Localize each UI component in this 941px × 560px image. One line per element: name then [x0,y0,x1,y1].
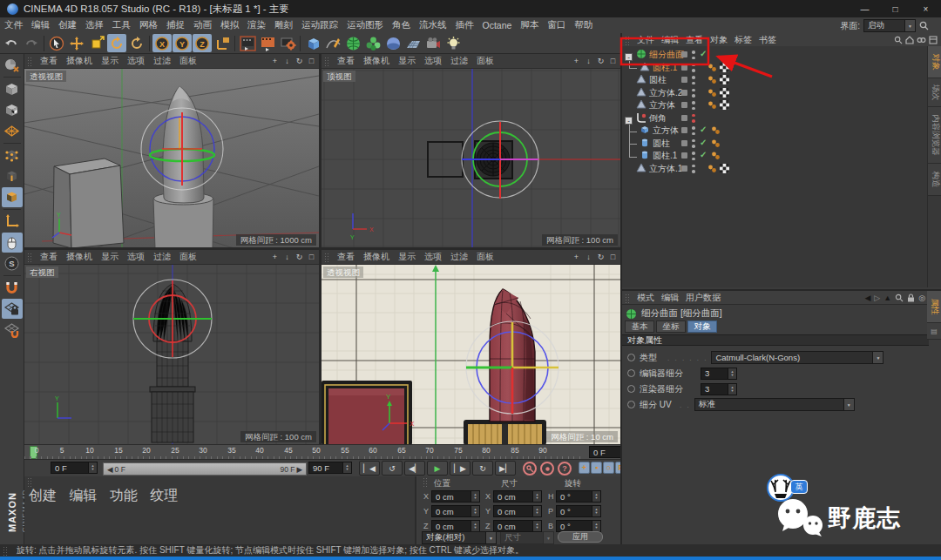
object-row-cylinder-1-child[interactable]: 圆柱.1 [622,62,677,74]
enable-axis-icon[interactable] [2,212,23,232]
visibility-dots[interactable] [692,139,695,148]
texture-tag[interactable] [720,63,729,74]
menu-item-mograph[interactable]: 运动图形 [342,19,388,31]
om-search-icon[interactable] [894,36,903,44]
visibility-dots[interactable] [692,126,695,135]
range-end-field[interactable]: 90 F ▲▼ [308,462,352,474]
panel-grip[interactable] [625,35,631,45]
collapse-icon[interactable]: - [625,53,633,61]
menu-item-script[interactable]: 脚本 [516,19,543,31]
panel-grip[interactable] [27,252,33,263]
layer-chip[interactable] [681,77,687,83]
editor-subdivision-field[interactable]: 3▲▼ [701,368,737,380]
visibility-dots[interactable] [692,165,695,173]
viewport-menu-display[interactable]: 显示 [394,251,420,263]
om-link-icon[interactable] [917,36,926,44]
polygons-mode-icon[interactable] [2,187,23,207]
viewport-top-canvas[interactable]: Y X 顶视图 网格间距 : 100 cm [322,69,620,248]
layer-chip[interactable] [681,90,687,96]
visibility-dots[interactable] [692,76,695,84]
visibility-dots[interactable] [692,89,695,98]
phong-tag[interactable] [707,164,717,175]
menu-item-create[interactable]: 创建 [54,19,81,31]
panel-grip[interactable] [423,478,429,487]
history-back-icon[interactable]: ◀ [864,293,870,302]
maximize-button[interactable]: □ [880,0,911,17]
viewport-zoom-icon[interactable]: ↓ [281,57,293,65]
viewport-menu-cameras[interactable]: 摄像机 [62,251,97,263]
material-menu-create[interactable]: 创建 [24,488,61,503]
render-view-icon[interactable] [238,34,257,52]
attr-search-icon[interactable] [895,293,904,302]
menu-item-window[interactable]: 窗口 [543,19,570,31]
viewport-rotate-icon[interactable]: ↻ [294,57,305,65]
viewport-menu-display[interactable]: 显示 [394,55,420,67]
solo-mode-icon[interactable]: S [2,253,23,273]
viewport-textured[interactable]: 查看 摄像机 显示 选项 过滤 面板 + ↓ ↻ □ [322,250,620,444]
layer-chip[interactable] [681,64,687,71]
panel-grip[interactable] [324,56,330,67]
environment-icon[interactable] [383,34,403,52]
viewport-menu-cameras[interactable]: 摄像机 [359,55,394,67]
minimize-button[interactable]: — [850,0,880,17]
points-mode-icon[interactable] [2,145,23,165]
viewport-menu-filter[interactable]: 过滤 [446,55,472,67]
panel-grip[interactable] [324,252,330,263]
texture-tag[interactable] [720,88,729,99]
enabled-check-icon[interactable]: ✓ [700,138,707,147]
object-row-cube-child[interactable]: 立方体 ✓ [622,125,679,137]
position-x-field[interactable]: 0 cm▲▼ [431,490,480,503]
side-tab-content-browser[interactable]: 内容浏览器 [928,107,941,164]
viewport-mouse-icon[interactable] [2,233,23,253]
subdivision-surface-icon[interactable] [343,34,362,52]
viewport-zoom-icon[interactable]: ↓ [583,253,594,261]
history-forward-icon[interactable]: ▷ [874,293,880,302]
menu-item-sculpt[interactable]: 雕刻 [270,19,297,31]
scale-tool-icon[interactable] [87,34,106,52]
side-tab-objects[interactable]: 对象 [928,46,941,78]
viewport-menu-display[interactable]: 显示 [97,251,123,263]
rotation-p-field[interactable]: 0 °▲▼ [556,505,601,517]
layer-chip[interactable] [681,51,687,57]
menu-item-simulate[interactable]: 模拟 [216,19,243,31]
viewport-rotate-icon[interactable]: ↻ [294,253,305,261]
phong-tag[interactable] [711,151,721,162]
track-icon[interactable]: ◎ [918,293,925,302]
menu-item-tools[interactable]: 工具 [108,19,135,31]
keyframe-selection-icon[interactable]: ? [558,462,572,476]
apply-button[interactable]: 应用 [558,531,603,543]
side-tab-takes[interactable]: 场次 [928,78,941,107]
deformer-icon[interactable] [363,34,382,52]
viewport-menu-options[interactable]: 选项 [123,251,149,263]
viewport-menu-panel[interactable]: 面板 [175,55,201,67]
menu-item-character[interactable]: 角色 [388,19,415,31]
viewport-right-canvas[interactable]: Y 右视图 网格间距 : 100 cm [24,265,319,445]
visibility-dots[interactable] [692,64,695,72]
animation-dot-icon[interactable] [627,369,635,377]
timeline-range-slider[interactable]: ◀ 0 F 90 F ▶ [103,462,307,476]
phong-tag[interactable] [707,100,717,111]
autokey-icon[interactable] [540,462,554,476]
phong-tag[interactable] [707,88,717,99]
viewport-menu-options[interactable]: 选项 [123,55,149,67]
workplane-lock-icon[interactable] [2,299,23,319]
viewport-menu-panel[interactable]: 面板 [175,251,201,263]
coordinate-system-icon[interactable] [213,34,232,52]
tab-coordinates[interactable]: 坐标 [656,320,686,333]
menu-item-mesh[interactable]: 网格 [135,19,162,31]
attr-menu-edit[interactable]: 编辑 [658,292,682,304]
layer-chip[interactable] [681,152,687,159]
tab-object[interactable]: 对象 [687,320,717,333]
viewport-maximize-icon[interactable]: □ [306,57,317,65]
parent-object-icon[interactable]: ▲ [883,293,891,302]
size-z-field[interactable]: 0 cm▲▼ [493,520,542,532]
texture-tag[interactable] [720,164,729,175]
panel-grip[interactable] [27,56,33,67]
play-button[interactable]: ▶ [427,461,448,476]
menu-item-pipeline[interactable]: 流水线 [415,19,451,31]
object-row-cube-1[interactable]: 立方体.1 [622,163,682,175]
visibility-dots[interactable] [692,101,695,110]
undo-icon[interactable] [2,34,21,52]
menu-item-snap[interactable]: 捕捉 [162,19,189,31]
viewport-rotate-icon[interactable]: ↻ [595,253,606,261]
